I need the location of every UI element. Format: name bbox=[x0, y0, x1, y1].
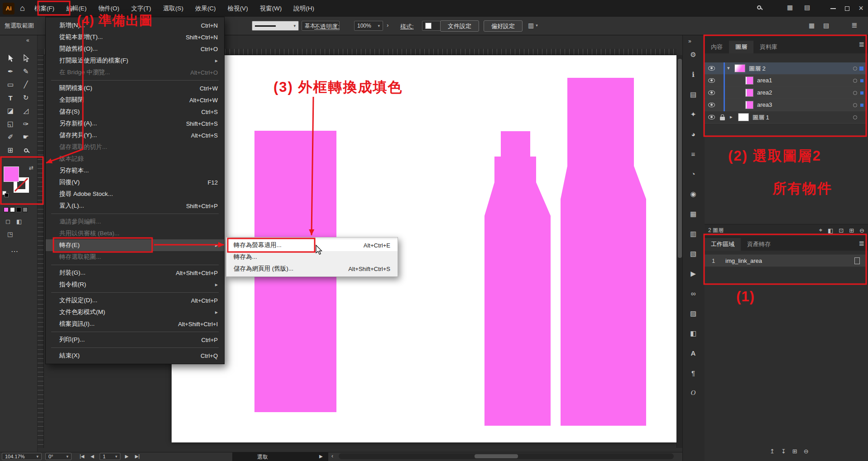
visibility-eye-icon[interactable] bbox=[708, 103, 715, 107]
paragraph-icon[interactable]: ¶ bbox=[687, 369, 699, 377]
align-panel-combo[interactable]: ▥ ▾ bbox=[528, 22, 538, 29]
menu-item-close[interactable]: 關閉檔案(C)Ctrl+W bbox=[46, 82, 224, 94]
graphic-styles-icon[interactable]: ▧ bbox=[687, 250, 699, 258]
disclosure-right-icon[interactable]: ▸ bbox=[730, 114, 733, 120]
new-layer-icon[interactable]: ⊞ bbox=[849, 227, 854, 234]
visibility-eye-icon[interactable] bbox=[708, 90, 715, 95]
menubar-item-help[interactable]: 說明(H) bbox=[288, 0, 320, 17]
horizontal-scrollbar-thumb[interactable] bbox=[475, 454, 518, 458]
preferences-button[interactable]: 偏好設定 bbox=[484, 20, 523, 32]
tab-layers[interactable]: 圖層 bbox=[729, 41, 753, 53]
mini-swatch-magenta[interactable] bbox=[4, 207, 9, 212]
menu-item-open-recent[interactable]: 打開最近使用過的檔案(F)▸ bbox=[46, 55, 224, 67]
mini-swatch-black[interactable] bbox=[16, 207, 21, 212]
status-play-icon[interactable]: ▶ bbox=[319, 454, 323, 459]
object-name[interactable]: area2 bbox=[757, 89, 772, 96]
pattern-icon[interactable]: ▨ bbox=[687, 309, 699, 318]
menu-item-print[interactable]: 列印(P)...Ctrl+P bbox=[46, 334, 224, 346]
layer-row-layer1[interactable]: ▸ 圖層 1 bbox=[705, 111, 866, 124]
menubar-item-view[interactable]: 檢視(V) bbox=[222, 0, 254, 17]
stroke-icon[interactable]: ≡ bbox=[687, 150, 699, 158]
shape-builder-tool[interactable]: ◱ bbox=[4, 118, 17, 130]
new-sublayer-icon[interactable]: ⊡ bbox=[839, 227, 844, 234]
eraser-tool[interactable]: ◪ bbox=[4, 105, 17, 117]
brushes-icon[interactable]: ▥ bbox=[687, 230, 699, 238]
previous-artboard-icon[interactable]: ◀ bbox=[91, 454, 94, 459]
selection-tool[interactable] bbox=[4, 52, 17, 64]
transparency-icon[interactable]: ◔ bbox=[687, 170, 699, 178]
links-icon[interactable]: ∞ bbox=[687, 290, 699, 297]
menu-item-export[interactable]: 轉存(E)▸ bbox=[46, 239, 224, 251]
menu-item-new-from-template[interactable]: 從範本新增(T)...Shift+Ctrl+N bbox=[46, 31, 224, 43]
target-circle-icon[interactable] bbox=[853, 115, 857, 119]
mini-swatch-gray[interactable] bbox=[23, 207, 28, 212]
menu-item-search-adobe-stock[interactable]: 搜尋 Adobe Stock... bbox=[46, 188, 224, 200]
artboard-row[interactable]: 1 img_link_area bbox=[705, 254, 866, 267]
swatches-icon[interactable]: ▦ bbox=[687, 210, 699, 218]
eyedropper-tool[interactable]: ✑ bbox=[19, 118, 33, 130]
object-name[interactable]: area1 bbox=[757, 77, 772, 84]
zoom-tool[interactable] bbox=[19, 144, 33, 156]
menu-item-document-color-mode[interactable]: 文件色彩模式(M)▸ bbox=[46, 306, 224, 318]
collapse-toolbar-icon[interactable]: « bbox=[26, 37, 29, 43]
artboards-icon[interactable]: ◧ bbox=[687, 329, 699, 337]
artboard-nav-combo[interactable]: 1 ▾ bbox=[100, 453, 120, 460]
layer-row-area2[interactable]: area2 bbox=[705, 87, 866, 99]
swap-fill-stroke-icon[interactable]: ⇄ bbox=[29, 165, 34, 171]
opacity-more-icon[interactable]: › bbox=[387, 22, 388, 29]
rotate-tool[interactable]: ↻ bbox=[19, 92, 33, 104]
clipping-mask-icon[interactable]: ◧ bbox=[828, 227, 833, 234]
target-circle-icon[interactable] bbox=[853, 103, 857, 107]
home-icon[interactable]: ⌂ bbox=[20, 4, 25, 13]
disclosure-down-icon[interactable]: ▾ bbox=[727, 65, 730, 71]
draw-behind-mode-icon[interactable]: ◧ bbox=[16, 218, 22, 225]
menu-item-open[interactable]: 開啟舊檔(O)...Ctrl+O bbox=[46, 43, 224, 55]
layer-thumbnail[interactable] bbox=[738, 113, 749, 121]
target-circle-icon[interactable] bbox=[853, 91, 857, 95]
tab-properties[interactable]: 內容 bbox=[705, 41, 729, 53]
move-up-icon[interactable]: ↥ bbox=[770, 448, 775, 455]
menu-item-scripts[interactable]: 指令檔(R)▸ bbox=[46, 279, 224, 290]
close-button[interactable]: × bbox=[854, 0, 868, 17]
type-tool[interactable]: T bbox=[4, 92, 17, 104]
artboard-tool[interactable]: ⊞ bbox=[4, 144, 17, 156]
menu-item-package[interactable]: 封裝(G)...Alt+Shift+Ctrl+P bbox=[46, 267, 224, 279]
object-thumbnail[interactable] bbox=[745, 89, 753, 97]
next-artboard-icon[interactable]: ▶ bbox=[125, 454, 129, 459]
horizontal-scrollbar[interactable] bbox=[339, 453, 674, 459]
visibility-eye-icon[interactable] bbox=[708, 115, 715, 119]
menubar-item-file[interactable]: 檔案(F) bbox=[29, 0, 60, 17]
gradient-icon[interactable]: ◉ bbox=[687, 190, 699, 198]
screen-mode-icon[interactable]: ◳ bbox=[7, 231, 13, 238]
menubar-item-window[interactable]: 視窗(W) bbox=[254, 0, 288, 17]
mini-swatch-white[interactable] bbox=[10, 207, 15, 212]
submenu-item-save-for-web-legacy[interactable]: 儲存為網頁用 (舊版)... Alt+Shift+Ctrl+S bbox=[226, 263, 398, 275]
scale-tool[interactable]: ◿ bbox=[19, 105, 33, 117]
last-artboard-icon[interactable]: ▶| bbox=[135, 454, 139, 459]
locate-object-icon[interactable]: ⌖ bbox=[819, 227, 822, 234]
menu-item-place[interactable]: 置入(L)...Shift+Ctrl+P bbox=[46, 200, 224, 212]
opentype-icon[interactable]: O bbox=[687, 389, 699, 397]
menu-item-save-as-template[interactable]: 另存範本... bbox=[46, 165, 224, 176]
menu-item-file-info[interactable]: 檔案資訊(I)...Alt+Shift+Ctrl+I bbox=[46, 318, 224, 330]
status-collapse-icon[interactable]: ‹ bbox=[331, 453, 333, 459]
layer-row-layer2[interactable]: ▾ 圖層 2 bbox=[705, 62, 866, 75]
opacity-label[interactable]: 不透明度: bbox=[314, 23, 340, 31]
color-icon[interactable]: ◕ bbox=[687, 130, 699, 138]
style-label[interactable]: 樣式: bbox=[400, 23, 414, 31]
layer-row-area1[interactable]: area1 bbox=[705, 75, 866, 87]
submenu-item-export-for-screens[interactable]: 轉存為螢幕適用... Alt+Ctrl+E bbox=[226, 239, 398, 251]
fill-color-well[interactable] bbox=[4, 166, 19, 182]
lock-icon[interactable] bbox=[720, 117, 725, 120]
tab-asset-export[interactable]: 資產轉存 bbox=[741, 238, 777, 251]
opacity-combo[interactable]: 100% ▾ bbox=[354, 21, 383, 31]
pink-bottle-small[interactable] bbox=[484, 131, 551, 426]
search-icon[interactable] bbox=[757, 5, 761, 10]
target-circle-icon[interactable] bbox=[853, 79, 857, 83]
delete-layer-icon[interactable]: ⊖ bbox=[859, 227, 864, 234]
appearance-icon[interactable]: ▤ bbox=[687, 90, 699, 99]
menubar-item-select[interactable]: 選取(S) bbox=[157, 0, 189, 17]
menubar-item-effect[interactable]: 效果(C) bbox=[189, 0, 222, 17]
menu-item-document-setup[interactable]: 文件設定(D)...Alt+Ctrl+P bbox=[46, 295, 224, 306]
panel-menu-icon[interactable]: ≣ bbox=[858, 239, 864, 247]
